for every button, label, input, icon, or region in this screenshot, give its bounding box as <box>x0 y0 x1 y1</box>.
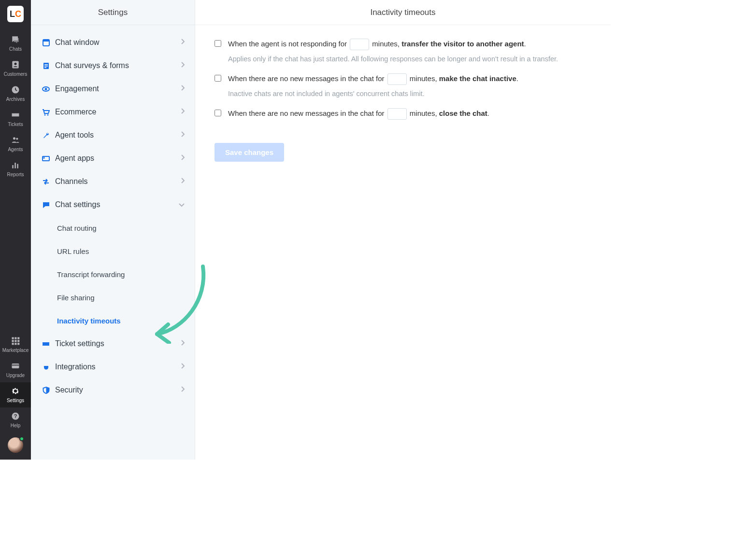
svg-text:?: ? <box>14 413 17 419</box>
nav-rail: LC ChatsCustomersArchivesTicketsAgentsRe… <box>0 0 31 460</box>
sidebar-item-ecommerce[interactable]: Ecommerce <box>31 100 195 124</box>
cart-icon <box>40 109 52 116</box>
timeout-option-3: When there are no new messages in the ch… <box>215 108 591 120</box>
card-icon <box>10 361 21 371</box>
svg-rect-22 <box>43 40 49 42</box>
svg-rect-14 <box>12 343 14 345</box>
timeout-checkbox-1[interactable] <box>215 40 221 47</box>
settings-sidebar: Settings Chat windowChat surveys & forms… <box>31 0 195 460</box>
apps-icon <box>40 155 52 162</box>
sidebar-item-chat-settings[interactable]: Chat settings <box>31 193 195 216</box>
rail-item-label: Archives <box>6 97 25 102</box>
clock-icon <box>10 84 21 95</box>
sidebar-item-label: Chat window <box>52 38 180 47</box>
sidebar-item-label: Ticket settings <box>52 339 180 348</box>
sidebar-item-label: Integrations <box>52 363 180 371</box>
rail-item-chats[interactable]: Chats <box>0 31 31 56</box>
sidebar-item-channels[interactable]: Channels <box>31 170 195 193</box>
user-avatar[interactable] <box>8 437 23 453</box>
svg-rect-6 <box>14 163 16 168</box>
chat-settings-icon <box>40 201 52 209</box>
timeout-checkbox-3[interactable] <box>215 110 221 116</box>
chevron-right-icon <box>180 177 185 186</box>
rail-item-settings[interactable]: Settings <box>0 382 31 407</box>
svg-point-3 <box>13 137 15 140</box>
rail-item-reports[interactable]: Reports <box>0 156 31 182</box>
sidebar-subitem-chat-routing[interactable]: Chat routing <box>31 216 195 239</box>
svg-rect-15 <box>14 343 16 345</box>
svg-rect-18 <box>12 365 19 366</box>
svg-point-30 <box>47 114 49 115</box>
chevron-right-icon <box>180 108 185 116</box>
people-icon <box>10 135 21 145</box>
rail-item-label: Marketplace <box>2 348 29 353</box>
logo-letter-c: C <box>15 9 21 19</box>
svg-rect-12 <box>14 340 16 342</box>
sidebar-item-ticket-settings[interactable]: Ticket settings <box>31 332 195 355</box>
chevron-right-icon <box>180 38 185 47</box>
customer-icon <box>10 59 21 70</box>
sidebar-item-label: Engagement <box>52 84 180 93</box>
sidebar-item-agent-tools[interactable]: Agent tools <box>31 124 195 147</box>
ticket-icon <box>10 110 21 120</box>
shield-icon <box>40 387 52 394</box>
svg-rect-10 <box>17 337 19 339</box>
minutes-input-1[interactable] <box>350 39 369 50</box>
page-title: Inactivity timeouts <box>195 0 611 25</box>
timeout-checkbox-2[interactable] <box>215 75 221 82</box>
svg-rect-9 <box>14 337 16 339</box>
svg-point-1 <box>14 63 17 65</box>
rail-item-label: Customers <box>4 71 27 77</box>
sidebar-item-label: Channels <box>52 177 180 186</box>
sidebar-item-agent-apps[interactable]: Agent apps <box>31 147 195 170</box>
sidebar-subitem-url-rules[interactable]: URL rules <box>31 239 195 263</box>
rail-item-archives[interactable]: Archives <box>0 81 31 106</box>
presence-indicator <box>19 436 24 441</box>
chevron-down-icon <box>178 200 185 209</box>
chevron-right-icon <box>180 61 185 70</box>
question-icon: ? <box>10 411 21 421</box>
rail-item-upgrade[interactable]: Upgrade <box>0 357 31 382</box>
svg-rect-7 <box>17 164 18 168</box>
chevron-right-icon <box>180 154 185 163</box>
channels-icon <box>40 178 52 185</box>
svg-rect-5 <box>12 165 14 168</box>
timeout-option-1: When the agent is not responding for min… <box>215 39 591 50</box>
rail-item-marketplace[interactable]: Marketplace <box>0 332 31 357</box>
rail-item-tickets[interactable]: Tickets <box>0 106 31 131</box>
rail-item-label: Agents <box>8 147 23 152</box>
sidebar-item-label: Chat settings <box>52 200 178 209</box>
save-button[interactable]: Save changes <box>215 143 284 162</box>
svg-rect-24 <box>44 64 48 65</box>
gear-icon <box>10 386 21 396</box>
svg-point-4 <box>16 138 18 140</box>
timeout-text: When the agent is not responding for min… <box>228 39 526 50</box>
rail-item-agents[interactable]: Agents <box>0 131 31 156</box>
grid-icon <box>10 336 21 346</box>
rail-item-customers[interactable]: Customers <box>0 56 31 81</box>
sidebar-subitem-inactivity-timeouts[interactable]: Inactivity timeouts <box>31 309 195 332</box>
sidebar-item-security[interactable]: Security <box>31 378 195 402</box>
svg-rect-11 <box>12 340 14 342</box>
sidebar-item-chat-window[interactable]: Chat window <box>31 31 195 54</box>
svg-rect-17 <box>12 364 19 368</box>
sidebar-item-integrations[interactable]: Integrations <box>31 355 195 378</box>
rail-item-help[interactable]: ?Help <box>0 407 31 433</box>
minutes-input-3[interactable] <box>387 108 407 120</box>
plug-icon <box>40 364 52 371</box>
sidebar-item-engagement[interactable]: Engagement <box>31 77 195 100</box>
sidebar-item-label: Ecommerce <box>52 108 180 116</box>
svg-rect-16 <box>17 343 19 345</box>
sidebar-item-label: Agent apps <box>52 154 180 163</box>
sidebar-subitem-transcript-forwarding[interactable]: Transcript forwarding <box>31 263 195 286</box>
logo-letter-l: L <box>10 9 15 19</box>
svg-point-29 <box>44 114 46 115</box>
sidebar-subitem-file-sharing[interactable]: File sharing <box>31 286 195 309</box>
minutes-input-2[interactable] <box>387 73 407 85</box>
form-icon <box>40 62 52 70</box>
sidebar-item-chat-surveys-forms[interactable]: Chat surveys & forms <box>31 54 195 77</box>
sidebar-title: Settings <box>31 0 195 25</box>
sidebar-item-label: Chat surveys & forms <box>52 61 180 70</box>
timeout-text: When there are no new messages in the ch… <box>228 108 489 120</box>
wrench-icon <box>40 132 52 139</box>
